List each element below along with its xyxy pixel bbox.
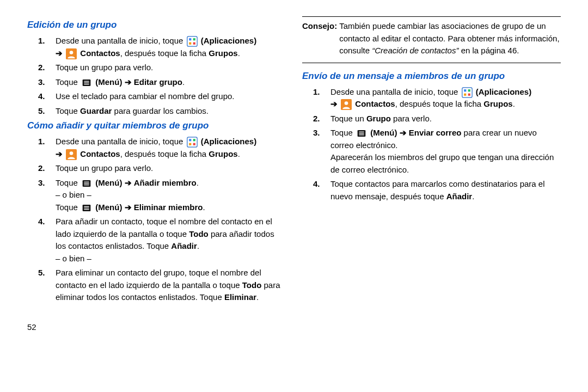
tip-label: Consejo:: [302, 20, 337, 57]
add-remove-members-steps: 1. Desde una pantalla de inicio, toque (…: [27, 136, 286, 304]
menu-lines-icon: [81, 179, 92, 188]
tip-link: “Creación de contactos”: [372, 46, 458, 55]
section-title-edit-group: Edición de un grupo: [27, 20, 286, 30]
right-column: Consejo: También puede cambiar las asoci…: [302, 16, 561, 306]
contacts-person-icon: [66, 48, 77, 59]
apps-grid-icon: [187, 137, 198, 148]
apps-grid-icon: [462, 87, 473, 98]
menu-lines-icon: [356, 129, 367, 138]
left-column: Edición de un grupo 1. Desde una pantall…: [27, 16, 286, 306]
tip-top-rule: [302, 16, 561, 17]
section-title-send-message: Envío de un mensaje a miembros de un gru…: [302, 71, 561, 82]
section-title-add-remove-members: Cómo añadir y quitar miembros de grupo: [27, 120, 286, 131]
contacts-person-icon: [66, 149, 77, 160]
menu-lines-icon: [81, 78, 92, 87]
tip-box: Consejo: También puede cambiar las asoci…: [302, 20, 561, 63]
contacts-person-icon: [341, 99, 352, 110]
apps-grid-icon: [187, 36, 198, 47]
edit-group-steps: 1. Desde una pantalla de inicio, toque (…: [27, 35, 286, 117]
menu-lines-icon: [81, 204, 92, 212]
send-message-steps: 1. Desde una pantalla de inicio, toque (…: [302, 86, 561, 203]
page-number: 52: [27, 322, 588, 332]
